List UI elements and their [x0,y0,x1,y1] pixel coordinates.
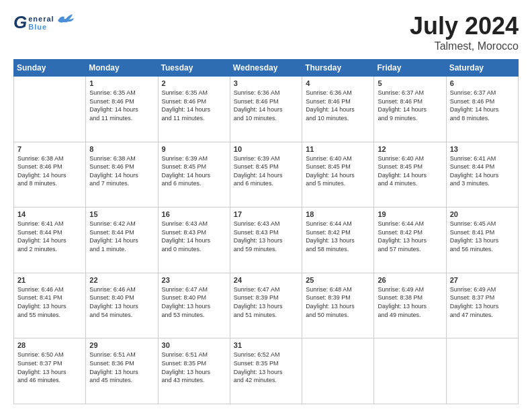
day-info: Sunrise: 6:39 AMSunset: 8:45 PMDaylight:… [162,154,226,188]
calendar-cell: 21Sunrise: 6:46 AMSunset: 8:41 PMDayligh… [14,273,86,338]
day-info: Sunrise: 6:39 AMSunset: 8:45 PMDaylight:… [234,154,298,188]
day-number: 25 [306,276,370,284]
calendar-cell: 19Sunrise: 6:44 AMSunset: 8:42 PMDayligh… [374,208,446,273]
day-number: 3 [234,79,298,87]
header: G eneral Blue July 2024 Talmest, Morocco [13,12,519,52]
sub-title: Talmest, Morocco [410,40,519,52]
day-info: Sunrise: 6:40 AMSunset: 8:45 PMDaylight:… [306,154,370,188]
day-info: Sunrise: 6:43 AMSunset: 8:43 PMDaylight:… [234,220,298,253]
calendar-cell: 30Sunrise: 6:51 AMSunset: 8:35 PMDayligh… [158,338,230,404]
day-header-wednesday: Wednesday [230,60,302,77]
calendar-cell: 28Sunrise: 6:50 AMSunset: 8:37 PMDayligh… [14,338,86,404]
calendar-table: SundayMondayTuesdayWednesdayThursdayFrid… [13,59,519,404]
logo-line2: Blue [28,23,54,31]
day-number: 9 [162,145,226,153]
day-number: 15 [89,210,154,218]
title-area: July 2024 Talmest, Morocco [410,12,519,52]
day-info: Sunrise: 6:49 AMSunset: 8:38 PMDaylight:… [378,285,442,319]
page: G eneral Blue July 2024 Talmest, Morocco… [0,0,532,411]
day-info: Sunrise: 6:37 AMSunset: 8:46 PMDaylight:… [450,89,515,122]
logo-area: G eneral Blue [13,12,75,33]
calendar-cell: 11Sunrise: 6:40 AMSunset: 8:45 PMDayligh… [302,142,374,208]
day-number: 21 [17,276,82,284]
day-number: 22 [89,276,154,284]
day-header-sunday: Sunday [14,60,86,77]
calendar-cell: 2Sunrise: 6:35 AMSunset: 8:46 PMDaylight… [158,77,230,142]
day-info: Sunrise: 6:52 AMSunset: 8:35 PMDaylight:… [234,351,298,384]
day-info: Sunrise: 6:51 AMSunset: 8:35 PMDaylight:… [162,351,226,384]
day-number: 8 [89,145,154,153]
day-header-monday: Monday [86,60,158,77]
day-header-thursday: Thursday [302,60,374,77]
day-number: 13 [450,145,515,153]
day-info: Sunrise: 6:41 AMSunset: 8:44 PMDaylight:… [17,220,82,253]
calendar-cell: 14Sunrise: 6:41 AMSunset: 8:44 PMDayligh… [14,208,86,273]
calendar-cell: 18Sunrise: 6:44 AMSunset: 8:42 PMDayligh… [302,208,374,273]
logo-line1: eneral [28,15,54,23]
calendar-cell: 24Sunrise: 6:47 AMSunset: 8:39 PMDayligh… [230,273,302,338]
calendar-cell: 1Sunrise: 6:35 AMSunset: 8:46 PMDaylight… [86,77,158,142]
bird-icon [56,13,75,28]
calendar-week-1: 1Sunrise: 6:35 AMSunset: 8:46 PMDaylight… [14,77,519,142]
day-info: Sunrise: 6:45 AMSunset: 8:41 PMDaylight:… [450,220,515,253]
day-info: Sunrise: 6:50 AMSunset: 8:37 PMDaylight:… [17,351,82,384]
day-number: 1 [89,79,154,87]
logo-lines: eneral Blue [28,15,54,31]
calendar-header: SundayMondayTuesdayWednesdayThursdayFrid… [14,60,519,77]
day-number: 18 [306,210,370,218]
calendar-cell: 6Sunrise: 6:37 AMSunset: 8:46 PMDaylight… [446,77,518,142]
day-info: Sunrise: 6:37 AMSunset: 8:46 PMDaylight:… [378,89,442,122]
calendar-cell: 7Sunrise: 6:38 AMSunset: 8:46 PMDaylight… [14,142,86,208]
day-info: Sunrise: 6:49 AMSunset: 8:37 PMDaylight:… [450,285,515,319]
calendar-cell: 13Sunrise: 6:41 AMSunset: 8:44 PMDayligh… [446,142,518,208]
calendar-week-4: 21Sunrise: 6:46 AMSunset: 8:41 PMDayligh… [14,273,519,338]
calendar-cell: 20Sunrise: 6:45 AMSunset: 8:41 PMDayligh… [446,208,518,273]
day-info: Sunrise: 6:38 AMSunset: 8:46 PMDaylight:… [17,154,82,188]
day-number: 26 [378,276,442,284]
day-info: Sunrise: 6:47 AMSunset: 8:39 PMDaylight:… [234,285,298,319]
day-number: 30 [162,341,226,349]
day-number: 24 [234,276,298,284]
logo-g-letter: G [13,12,27,33]
day-number: 27 [450,276,515,284]
logo-wrapper: G eneral Blue [13,12,75,33]
day-number: 12 [378,145,442,153]
day-number: 17 [234,210,298,218]
day-number: 4 [306,79,370,87]
day-number: 5 [378,79,442,87]
calendar-cell: 12Sunrise: 6:40 AMSunset: 8:45 PMDayligh… [374,142,446,208]
day-header-saturday: Saturday [446,60,518,77]
calendar-week-3: 14Sunrise: 6:41 AMSunset: 8:44 PMDayligh… [14,208,519,273]
day-info: Sunrise: 6:38 AMSunset: 8:46 PMDaylight:… [89,154,154,188]
day-number: 14 [17,210,82,218]
calendar-cell: 10Sunrise: 6:39 AMSunset: 8:45 PMDayligh… [230,142,302,208]
day-info: Sunrise: 6:51 AMSunset: 8:36 PMDaylight:… [89,351,154,384]
day-info: Sunrise: 6:46 AMSunset: 8:40 PMDaylight:… [89,285,154,319]
day-number: 31 [234,341,298,349]
day-info: Sunrise: 6:41 AMSunset: 8:44 PMDaylight:… [450,154,515,188]
day-number: 29 [89,341,154,349]
calendar-cell: 29Sunrise: 6:51 AMSunset: 8:36 PMDayligh… [86,338,158,404]
calendar-cell: 9Sunrise: 6:39 AMSunset: 8:45 PMDaylight… [158,142,230,208]
day-info: Sunrise: 6:44 AMSunset: 8:42 PMDaylight:… [378,220,442,253]
day-info: Sunrise: 6:46 AMSunset: 8:41 PMDaylight:… [17,285,82,319]
calendar-cell: 3Sunrise: 6:36 AMSunset: 8:46 PMDaylight… [230,77,302,142]
calendar-cell: 5Sunrise: 6:37 AMSunset: 8:46 PMDaylight… [374,77,446,142]
calendar-cell: 31Sunrise: 6:52 AMSunset: 8:35 PMDayligh… [230,338,302,404]
days-row: SundayMondayTuesdayWednesdayThursdayFrid… [14,60,519,77]
calendar-cell: 27Sunrise: 6:49 AMSunset: 8:37 PMDayligh… [446,273,518,338]
calendar-cell [302,338,374,404]
day-header-tuesday: Tuesday [158,60,230,77]
main-title: July 2024 [410,12,519,40]
day-info: Sunrise: 6:35 AMSunset: 8:46 PMDaylight:… [162,89,226,122]
day-number: 10 [234,145,298,153]
calendar-cell: 25Sunrise: 6:48 AMSunset: 8:39 PMDayligh… [302,273,374,338]
calendar-cell [446,338,518,404]
day-info: Sunrise: 6:44 AMSunset: 8:42 PMDaylight:… [306,220,370,253]
day-header-friday: Friday [374,60,446,77]
calendar-cell: 23Sunrise: 6:47 AMSunset: 8:40 PMDayligh… [158,273,230,338]
day-number: 23 [162,276,226,284]
calendar-cell: 4Sunrise: 6:36 AMSunset: 8:46 PMDaylight… [302,77,374,142]
calendar-cell [374,338,446,404]
calendar-cell: 15Sunrise: 6:42 AMSunset: 8:44 PMDayligh… [86,208,158,273]
